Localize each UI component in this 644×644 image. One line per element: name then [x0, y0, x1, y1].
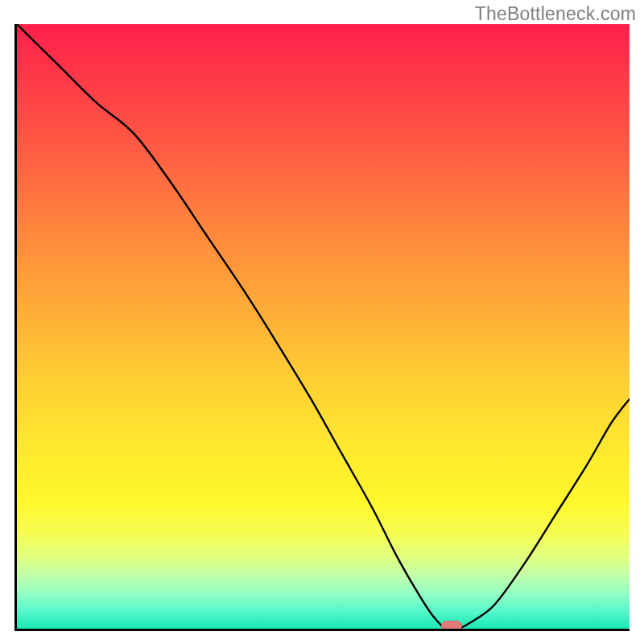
chart-container: TheBottleneck.com [0, 0, 644, 644]
plot-area [14, 24, 630, 631]
curve-path [17, 24, 630, 629]
optimum-marker-icon [441, 621, 462, 631]
attribution-text: TheBottleneck.com [475, 3, 636, 25]
bottleneck-curve [17, 24, 630, 629]
